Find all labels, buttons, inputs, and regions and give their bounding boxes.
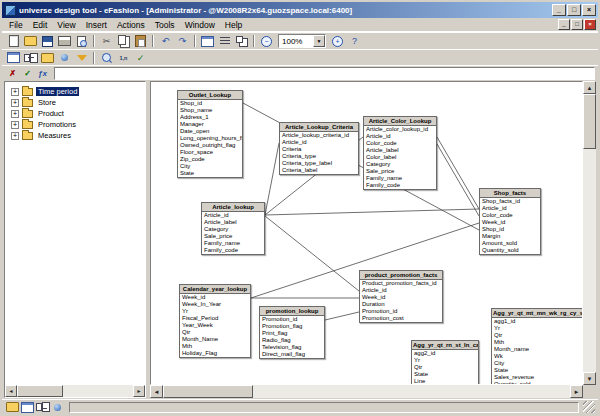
table-column[interactable]: Yr (412, 357, 478, 364)
table-column[interactable]: Article_lookup_criteria_id (280, 132, 358, 139)
table-column[interactable]: Month_name (492, 346, 583, 353)
sidebar-item-store[interactable]: +Store (7, 97, 143, 108)
scrollbar-thumb[interactable] (583, 94, 596, 149)
arrange-tables-icon[interactable] (233, 34, 250, 49)
open-icon[interactable] (22, 34, 39, 49)
table-title[interactable]: Shop_facts (480, 189, 540, 198)
table-title[interactable]: Article_Color_Lookup (364, 117, 436, 126)
sidebar-item-measures[interactable]: +Measures (7, 130, 143, 141)
sidebar-item-time-period[interactable]: +Time period (7, 86, 143, 97)
zoom-combo[interactable]: 100% ▼ (278, 34, 326, 48)
expand-plus-icon[interactable]: + (11, 99, 19, 107)
object-pane-icon[interactable] (50, 401, 65, 414)
table-column[interactable]: Week_id (360, 294, 442, 301)
redo-icon[interactable]: ↷ (174, 34, 191, 49)
table-column[interactable]: Criteria_type (280, 153, 358, 160)
scroll-right-icon[interactable]: ► (133, 385, 145, 397)
list-mode-icon[interactable] (216, 34, 233, 49)
table-column[interactable]: Color_code (480, 212, 540, 219)
table-column[interactable]: Family_code (364, 182, 436, 189)
table-column[interactable]: City (178, 163, 242, 170)
table-column[interactable]: Shop_id (178, 100, 242, 107)
join-line[interactable] (437, 144, 479, 216)
join-line[interactable] (265, 216, 359, 291)
table-Calendar_year_lookup[interactable]: Calendar_year_lookupWeek_idWeek_In_YearY… (179, 284, 251, 358)
menu-insert[interactable]: Insert (81, 19, 112, 31)
table-column[interactable]: Family_code (202, 247, 264, 254)
table-column[interactable]: Promotion_id (360, 308, 442, 315)
table-column[interactable]: Radio_flag (260, 337, 324, 344)
table-column[interactable]: Promotion_cost (360, 315, 442, 322)
table-column[interactable]: Holiday_Flag (180, 350, 250, 357)
table-column[interactable]: Promotion_id (260, 316, 324, 323)
table-column[interactable]: State (412, 371, 478, 378)
table-Agg_yr_qt_mt_mn_wk_rg_cy_sn_sr_qt_ma[interactable]: Agg_yr_qt_mt_mn_wk_rg_cy_sn_sr_qt_maagg1… (491, 308, 583, 385)
table-column[interactable]: Sale_price (364, 168, 436, 175)
table-column[interactable]: Margin (480, 233, 540, 240)
paste-icon[interactable] (132, 34, 149, 49)
table-column[interactable]: Article_id (202, 212, 264, 219)
schema-diagram[interactable]: Outlet_LookupShop_idShop_nameAddress_1Ma… (150, 81, 583, 385)
join-line[interactable] (325, 312, 359, 320)
maximize-button[interactable]: □ (567, 4, 581, 16)
table-column[interactable]: Family_name (364, 175, 436, 182)
table-Article_lookup[interactable]: Article_lookupArticle_idArticle_labelCat… (201, 202, 265, 255)
new-icon[interactable] (5, 34, 22, 49)
table-title[interactable]: Calendar_year_lookup (180, 285, 250, 294)
mdi-minimize-button[interactable]: _ (558, 19, 570, 30)
table-Outlet_Lookup[interactable]: Outlet_LookupShop_idShop_nameAddress_1Ma… (177, 90, 243, 178)
table-column[interactable]: Manager (178, 121, 242, 128)
table-product_promotion_facts[interactable]: product_promotion_factsProduct_promotion… (359, 270, 443, 323)
table-column[interactable]: Wk (492, 353, 583, 360)
table-title[interactable]: Agg_yr_qt_mt_mn_wk_rg_cy_sn_sr_qt_ma (492, 309, 583, 318)
cut-icon[interactable]: ✂ (98, 34, 115, 49)
formula-icon[interactable]: ƒx (35, 67, 50, 80)
table-column[interactable]: Article_id (360, 287, 442, 294)
table-column[interactable]: Category (364, 161, 436, 168)
expand-plus-icon[interactable]: + (11, 110, 19, 118)
table-title[interactable]: product_promotion_facts (360, 271, 442, 280)
menu-help[interactable]: Help (220, 19, 247, 31)
table-column[interactable]: Criteria (280, 146, 358, 153)
table-column[interactable]: Week_In_Year (180, 301, 250, 308)
scrollbar-thumb[interactable] (163, 385, 253, 398)
table-column[interactable]: Year_Week (180, 322, 250, 329)
table-Agg_yr_qt_rn_st_ln_ca_sr[interactable]: Agg_yr_qt_rn_st_ln_ca_sragg2_idYrQtrStat… (411, 340, 479, 385)
table-column[interactable]: Family_name (202, 240, 264, 247)
detect-joins-icon[interactable] (98, 50, 115, 65)
mdi-close-button[interactable]: × (584, 19, 596, 30)
classes-pane-icon[interactable] (5, 401, 20, 414)
table-column[interactable]: Sale_price (202, 233, 264, 240)
table-column[interactable]: Category (202, 226, 264, 233)
close-button[interactable]: × (582, 4, 596, 16)
insert-condition-icon[interactable] (73, 50, 90, 65)
menu-edit[interactable]: Edit (28, 19, 53, 31)
table-column[interactable]: Date_open (178, 128, 242, 135)
table-column[interactable]: Article_label (202, 219, 264, 226)
table-column[interactable]: Month_Name (180, 336, 250, 343)
table-column[interactable]: Sales_revenue (492, 374, 583, 381)
table-column[interactable]: Shop_name (178, 107, 242, 114)
horizontal-scrollbar[interactable]: ◄ ► (150, 385, 583, 398)
sidebar-item-label[interactable]: Time period (36, 87, 79, 96)
table-column[interactable]: Floor_space (178, 149, 242, 156)
menu-actions[interactable]: Actions (112, 19, 150, 31)
table-Article_Color_Lookup[interactable]: Article_Color_LookupArticle_color_lookup… (363, 116, 437, 190)
table-title[interactable]: Article_Lookup_Criteria (280, 123, 358, 132)
scroll-left-icon[interactable]: ◄ (150, 385, 163, 398)
zoom-out-icon[interactable] (258, 34, 275, 49)
table-column[interactable]: Direct_mail_flag (260, 351, 324, 358)
scroll-down-icon[interactable]: ▼ (583, 372, 596, 385)
table-column[interactable]: Shop_id (480, 226, 540, 233)
undo-icon[interactable]: ↶ (157, 34, 174, 49)
table-column[interactable]: Owned_outright_flag (178, 142, 242, 149)
scroll-left-icon[interactable]: ◄ (5, 385, 17, 397)
menu-tools[interactable]: Tools (150, 19, 180, 31)
join-line[interactable] (265, 209, 479, 215)
table-browser-icon[interactable] (199, 34, 216, 49)
table-column[interactable]: Quantity_sold (480, 247, 540, 254)
menu-file[interactable]: File (4, 19, 28, 31)
help-icon[interactable]: ? (346, 34, 363, 49)
table-column[interactable]: Mth (180, 343, 250, 350)
table-column[interactable]: agg2_id (412, 350, 478, 357)
